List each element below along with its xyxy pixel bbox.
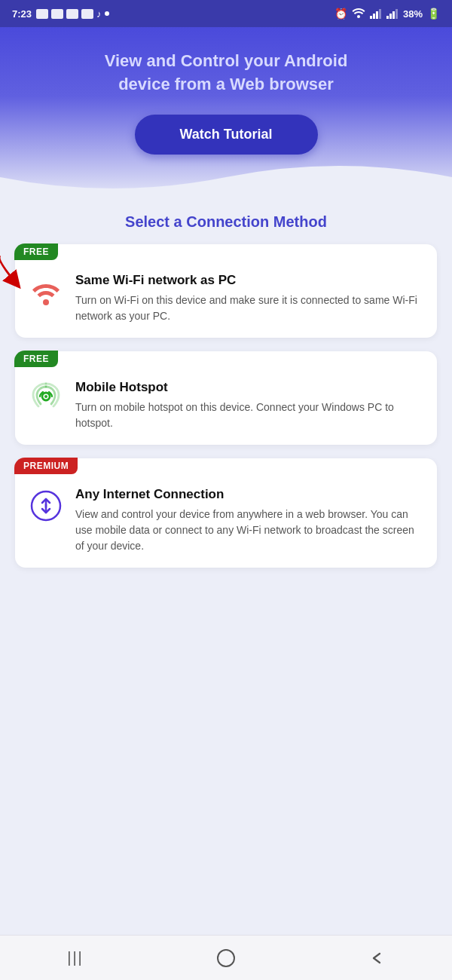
internet-card-icon xyxy=(27,487,65,525)
internet-card-inner: Any Internet Connection View and control… xyxy=(27,487,425,554)
status-time: 7:23 xyxy=(12,8,32,20)
status-dot xyxy=(105,11,109,16)
internet-card-title: Any Internet Connection xyxy=(75,487,425,502)
hotspot-card-description: Turn on mobile hotspot on this device. C… xyxy=(75,400,425,431)
header-wave xyxy=(0,162,452,200)
status-icon-2 xyxy=(51,9,63,19)
wifi-card-description: Turn on Wi-Fi on this device and make su… xyxy=(75,292,425,324)
recents-icon: ||| xyxy=(67,949,84,966)
svg-point-10 xyxy=(43,299,49,305)
wifi-card-icon xyxy=(27,273,65,311)
svg-point-12 xyxy=(44,395,47,398)
hotspot-card-text: Mobile Hotspot Turn on mobile hotspot on… xyxy=(75,380,425,431)
status-bar: 7:23 ♪ ⏰ xyxy=(0,0,452,27)
svg-rect-4 xyxy=(379,9,381,19)
back-button[interactable] xyxy=(354,943,399,973)
svg-point-0 xyxy=(357,15,360,18)
signal-icon xyxy=(370,8,382,19)
battery-percent: 38% xyxy=(403,8,423,20)
status-icons: ♪ xyxy=(36,8,109,20)
svg-rect-1 xyxy=(370,16,372,19)
watch-tutorial-button[interactable]: Watch Tutorial xyxy=(135,115,318,155)
svg-rect-5 xyxy=(386,16,389,19)
section-title: Select a Connection Method xyxy=(15,213,437,231)
wifi-card-text: Same Wi-Fi network as PC Turn on Wi-Fi o… xyxy=(75,273,425,324)
main-content: View and Control your Android device fro… xyxy=(0,27,452,935)
music-icon: ♪ xyxy=(96,8,102,20)
internet-card[interactable]: PREMIUM Any Internet Connection V xyxy=(15,458,437,568)
status-left: 7:23 ♪ xyxy=(12,8,109,20)
battery-icon: 🔋 xyxy=(427,8,440,20)
svg-rect-2 xyxy=(373,14,375,19)
status-right: ⏰ 38% 🔋 xyxy=(334,8,440,20)
wifi-card-title: Same Wi-Fi network as PC xyxy=(75,273,425,288)
status-icon-1 xyxy=(36,9,48,19)
hotspot-card[interactable]: FREE xyxy=(15,351,437,445)
internet-card-description: View and control your device from anywhe… xyxy=(75,507,425,554)
hotspot-card-title: Mobile Hotspot xyxy=(75,380,425,395)
body-section: Select a Connection Method FREE xyxy=(0,200,452,935)
wifi-card[interactable]: FREE Same Wi-Fi network as PC Turn on Wi… xyxy=(15,244,437,338)
svg-rect-3 xyxy=(376,11,378,19)
bottom-nav: ||| xyxy=(0,935,452,980)
svg-point-14 xyxy=(218,950,234,966)
svg-rect-6 xyxy=(389,14,392,19)
header-section: View and Control your Android device fro… xyxy=(0,27,452,200)
wifi-status-icon xyxy=(352,8,365,20)
free-badge-1: FREE xyxy=(14,243,58,260)
free-badge-2: FREE xyxy=(14,351,58,367)
wifi-card-inner: Same Wi-Fi network as PC Turn on Wi-Fi o… xyxy=(27,273,425,324)
svg-rect-8 xyxy=(396,9,398,19)
hotspot-card-inner: Mobile Hotspot Turn on mobile hotspot on… xyxy=(27,380,425,431)
internet-card-text: Any Internet Connection View and control… xyxy=(75,487,425,554)
signal-icon-2 xyxy=(386,8,399,19)
premium-badge: PREMIUM xyxy=(14,458,78,474)
home-icon xyxy=(216,948,236,968)
status-icon-4 xyxy=(81,9,93,19)
home-button[interactable] xyxy=(203,943,249,973)
svg-rect-7 xyxy=(392,11,395,19)
alarm-icon: ⏰ xyxy=(334,8,347,20)
recents-button[interactable]: ||| xyxy=(53,943,98,973)
back-icon xyxy=(369,951,384,966)
status-icon-3 xyxy=(66,9,78,19)
hotspot-card-icon xyxy=(27,380,65,418)
header-title: View and Control your Android device fro… xyxy=(30,50,422,96)
